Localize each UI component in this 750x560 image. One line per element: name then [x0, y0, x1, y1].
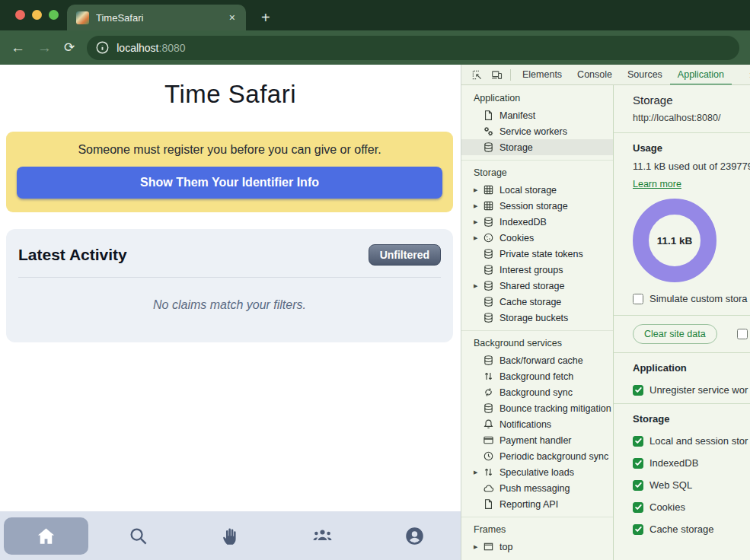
section-header-frames: Frames: [461, 520, 613, 539]
expander-icon[interactable]: ▶: [474, 187, 483, 193]
clear-including-checkbox-row[interactable]: in: [737, 329, 750, 340]
expander-icon[interactable]: ▶: [474, 219, 483, 225]
checkbox[interactable]: [633, 436, 643, 447]
devtools-tab-console[interactable]: Console: [570, 65, 620, 85]
tree-item-interest-groups[interactable]: Interest groups: [461, 262, 613, 278]
tree-item-local-storage[interactable]: ▶ Local storage: [461, 182, 613, 198]
checkbox-row-unregister-service-wor[interactable]: Unregister service wor: [633, 384, 750, 396]
latest-activity-card: Latest Activity Unfiltered No claims mat…: [6, 229, 453, 342]
database-icon: [483, 248, 494, 259]
storage-origin: http://localhost:8080/: [633, 113, 750, 123]
show-identifier-button[interactable]: Show Them Your Identifier Info: [17, 167, 442, 199]
new-tab-button[interactable]: +: [261, 9, 270, 27]
database-icon: [483, 264, 494, 275]
database-icon: [483, 142, 494, 153]
checkbox[interactable]: [633, 480, 643, 491]
database-icon: [483, 280, 494, 291]
checkbox-row-local-and-session-stor[interactable]: Local and session stor: [633, 435, 750, 447]
tree-item-private-state-tokens[interactable]: Private state tokens: [461, 246, 613, 262]
back-icon[interactable]: ←: [11, 40, 25, 55]
tree-item-back-forward-cache[interactable]: Back/forward cache: [461, 352, 613, 368]
devtools-tab-elements[interactable]: Elements: [515, 65, 570, 85]
tree-item-payment-handler[interactable]: Payment handler: [461, 432, 613, 448]
checkbox[interactable]: [633, 458, 643, 469]
expander-icon[interactable]: ▶: [474, 544, 483, 550]
checkbox[interactable]: [633, 502, 643, 513]
expander-icon[interactable]: ▶: [474, 283, 483, 289]
checkbox[interactable]: [633, 385, 643, 396]
storage-clear-heading: Storage: [633, 413, 750, 425]
latest-activity-heading: Latest Activity: [18, 246, 127, 264]
address-bar[interactable]: localhost:8080: [87, 36, 739, 60]
checkbox[interactable]: [633, 294, 643, 304]
site-info-icon[interactable]: [95, 40, 110, 55]
bottom-navigation: [0, 511, 461, 560]
frame-icon: [483, 541, 494, 552]
tree-item-push-messaging[interactable]: Push messaging: [461, 480, 613, 496]
tree-item-cache-storage[interactable]: Cache storage: [461, 294, 613, 310]
minimize-window-button[interactable]: [32, 10, 42, 20]
nav-item-home[interactable]: [0, 511, 92, 560]
expander-icon[interactable]: ▶: [474, 235, 483, 241]
toolbar-separator: [510, 69, 511, 81]
url-toolbar: ← → ⟳ localhost:8080: [0, 30, 750, 65]
browser-tab[interactable]: TimeSafari ×: [67, 5, 246, 30]
devtools-tab-sources[interactable]: Sources: [620, 65, 670, 85]
usage-text: 11.1 kB used out of 239779: [633, 161, 750, 172]
tree-item-session-storage[interactable]: ▶ Session storage: [461, 198, 613, 214]
checkbox-row-cookies[interactable]: Cookies: [633, 501, 750, 513]
checkbox-label: Simulate custom stora: [649, 293, 748, 304]
device-toolbar-icon[interactable]: [487, 65, 506, 84]
register-banner: Someone must register you before you can…: [6, 132, 453, 212]
simulate-storage-checkbox-row[interactable]: Simulate custom stora: [633, 293, 750, 304]
nav-item-account[interactable]: [369, 511, 461, 560]
updown-arrows-icon: [483, 371, 494, 382]
nav-item-contacts[interactable]: [276, 511, 369, 560]
expander-icon[interactable]: ▶: [474, 469, 483, 476]
checkbox-row-cache-storage[interactable]: Cache storage: [633, 523, 750, 535]
usage-heading: Usage: [633, 142, 750, 154]
tree-item-storage[interactable]: Storage: [461, 139, 613, 155]
learn-more-link[interactable]: Learn more: [633, 179, 681, 189]
inspect-element-icon[interactable]: [467, 65, 487, 84]
tree-item-indexeddb[interactable]: ▶ IndexedDB: [461, 214, 613, 230]
browser-window: TimeSafari × + ← → ⟳ localhost:8080 Time…: [0, 0, 750, 560]
nav-item-search[interactable]: [92, 511, 184, 560]
file-icon: [483, 498, 494, 510]
devtools-tab-application[interactable]: Application: [670, 65, 732, 85]
nav-item-projects[interactable]: [184, 511, 276, 560]
tree-item-background-fetch[interactable]: Background fetch: [461, 368, 613, 384]
tree-item-speculative-loads[interactable]: ▶ Speculative loads: [461, 464, 613, 480]
time-safari-app: Time Safari Someone must register you be…: [0, 65, 461, 560]
checkbox[interactable]: [633, 524, 643, 535]
tree-item-manifest[interactable]: Manifest: [461, 107, 613, 123]
tree-item-shared-storage[interactable]: ▶ Shared storage: [461, 278, 613, 294]
tree-item-service-workers[interactable]: Service workers: [461, 123, 613, 139]
tree-item-cookies[interactable]: ▶ Cookies: [461, 230, 613, 246]
database-icon: [483, 296, 494, 307]
checkbox-row-indexeddb[interactable]: IndexedDB: [633, 457, 750, 469]
reload-icon[interactable]: ⟳: [64, 41, 75, 54]
tab-close-icon[interactable]: ×: [228, 11, 237, 24]
tree-item-storage-buckets[interactable]: Storage buckets: [461, 310, 613, 326]
section-header-background-services: Background services: [461, 334, 613, 352]
register-banner-message: Someone must register you before you can…: [17, 143, 442, 157]
checkbox[interactable]: [737, 329, 748, 339]
usage-donut-label: 11.1 kB: [633, 199, 716, 282]
tree-item-notifications[interactable]: Notifications: [461, 416, 613, 432]
close-window-button[interactable]: [15, 10, 25, 20]
tree-item-background-sync[interactable]: Background sync: [461, 384, 613, 400]
unfiltered-button[interactable]: Unfiltered: [369, 244, 441, 266]
file-icon: [483, 110, 494, 121]
tree-item-reporting-api[interactable]: Reporting API: [461, 496, 613, 512]
checkbox-row-web-sql[interactable]: Web SQL: [633, 479, 750, 491]
empty-claims-message: No claims match your filters.: [18, 298, 441, 312]
tree-item-periodic-background-sync[interactable]: Periodic background sync: [461, 448, 613, 464]
application-clear-heading: Application: [633, 362, 750, 374]
expander-icon[interactable]: ▶: [474, 203, 483, 209]
tree-item-top[interactable]: ▶ top: [461, 539, 613, 555]
clear-site-data-button[interactable]: Clear site data: [633, 324, 717, 344]
tree-item-bounce-tracking-mitigation[interactable]: Bounce tracking mitigation: [461, 400, 613, 416]
database-icon: [483, 402, 494, 414]
maximize-window-button[interactable]: [49, 10, 59, 20]
